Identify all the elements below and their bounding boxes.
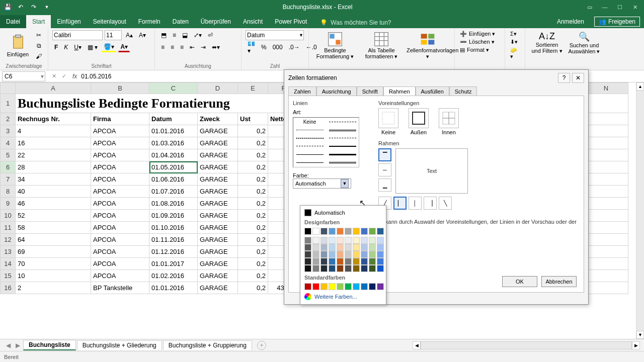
cell[interactable]: 22 bbox=[16, 149, 91, 161]
sheet-nav-prev[interactable]: ◀ bbox=[4, 342, 13, 349]
cell[interactable]: 40 bbox=[16, 186, 91, 198]
increase-font-button[interactable]: A▴ bbox=[124, 30, 135, 40]
cell[interactable]: GARAGE bbox=[198, 222, 238, 234]
cell[interactable]: 0,2 bbox=[238, 258, 268, 270]
cell[interactable] bbox=[584, 282, 628, 294]
cell[interactable]: 70 bbox=[16, 258, 91, 270]
row-header[interactable]: 14 bbox=[1, 258, 16, 270]
conditional-formatting-button[interactable]: Bedingte Formatierung ▾ bbox=[313, 30, 357, 61]
minimize-icon[interactable]: — bbox=[598, 2, 612, 13]
tab-einfügen[interactable]: Einfügen bbox=[51, 15, 87, 28]
line-style-list[interactable]: Keine bbox=[293, 117, 359, 167]
close-icon[interactable]: ✕ bbox=[628, 2, 642, 13]
cell[interactable] bbox=[584, 234, 628, 246]
column-header[interactable]: N bbox=[584, 83, 628, 94]
paste-button[interactable]: Einfügen bbox=[4, 33, 32, 58]
row-header[interactable]: 13 bbox=[1, 246, 16, 258]
find-select-button[interactable]: 🔍 Suchen und Auswählen ▾ bbox=[567, 30, 602, 56]
cell[interactable]: GARAGE bbox=[198, 246, 238, 258]
cell[interactable] bbox=[584, 186, 628, 198]
cell[interactable]: APCOA bbox=[91, 161, 149, 173]
dialog-cancel-button[interactable]: Abbrechen bbox=[541, 276, 577, 287]
preset-outer-button[interactable]: Außen bbox=[409, 108, 429, 135]
cell[interactable]: GARAGE bbox=[198, 173, 238, 186]
cell[interactable]: 01.01.2017 bbox=[149, 258, 198, 270]
row-header[interactable]: 6 bbox=[1, 161, 16, 173]
cell[interactable]: 0,2 bbox=[238, 173, 268, 186]
scroll-left-icon[interactable]: ◀ bbox=[413, 341, 421, 349]
cell[interactable]: 0,2 bbox=[238, 222, 268, 234]
qat-customize-icon[interactable]: ▼ bbox=[41, 2, 52, 13]
tab-ansicht[interactable]: Ansicht bbox=[237, 15, 269, 28]
cell[interactable]: APCOA bbox=[91, 246, 149, 258]
cell[interactable]: 52 bbox=[16, 210, 91, 222]
ribbon-options-icon[interactable]: ▭ bbox=[583, 2, 597, 13]
cell[interactable]: 0,2 bbox=[238, 161, 268, 173]
cell[interactable] bbox=[584, 137, 628, 149]
preset-none-button[interactable]: Keine bbox=[378, 108, 398, 135]
row-header[interactable]: 5 bbox=[1, 149, 16, 161]
increase-decimal-button[interactable]: .0→ bbox=[287, 42, 302, 52]
column-header[interactable]: D bbox=[198, 83, 238, 94]
cell[interactable]: APCOA bbox=[91, 173, 149, 186]
maximize-icon[interactable]: ☐ bbox=[613, 2, 627, 13]
cell[interactable]: GARAGE bbox=[198, 258, 238, 270]
redo-icon[interactable]: ↷ bbox=[28, 2, 39, 13]
cell[interactable]: APCOA bbox=[91, 198, 149, 210]
dialog-tab-ausrichtung[interactable]: Ausrichtung bbox=[316, 86, 357, 96]
column-header[interactable]: C bbox=[149, 83, 198, 94]
scroll-right-icon[interactable]: ▶ bbox=[632, 341, 640, 349]
cancel-formula-button[interactable]: ✕ bbox=[49, 72, 58, 81]
border-top-button[interactable]: ▔ bbox=[378, 148, 391, 161]
column-header[interactable]: E bbox=[238, 83, 268, 94]
cell[interactable]: 28 bbox=[16, 161, 91, 173]
header-cell[interactable]: Firma bbox=[91, 113, 149, 125]
cell[interactable] bbox=[584, 210, 628, 222]
cell[interactable] bbox=[584, 246, 628, 258]
cell[interactable] bbox=[584, 161, 628, 173]
cell[interactable]: GARAGE bbox=[198, 282, 238, 294]
cell[interactable]: 01.08.2016 bbox=[149, 198, 198, 210]
clear-button[interactable]: 🧽▾ bbox=[509, 46, 521, 60]
border-bottom-button[interactable]: ▁ bbox=[378, 178, 391, 192]
cell[interactable]: 0,2 bbox=[238, 198, 268, 210]
row-header[interactable]: 16 bbox=[1, 282, 16, 294]
format-painter-button[interactable]: 🖌 bbox=[34, 51, 44, 61]
cell-styles-button[interactable]: Zellenformatvorlagen ▾ bbox=[406, 30, 450, 61]
cell[interactable]: APCOA bbox=[91, 186, 149, 198]
cell[interactable]: 2 bbox=[16, 282, 91, 294]
horizontal-scrollbar[interactable]: ◀ ▶ bbox=[413, 341, 640, 349]
border-left-button[interactable]: ▏ bbox=[393, 197, 407, 210]
bold-button[interactable]: F bbox=[52, 42, 60, 52]
autosum-button[interactable]: Σ▾ bbox=[509, 30, 521, 38]
row-header[interactable]: 4 bbox=[1, 137, 16, 149]
italic-button[interactable]: K bbox=[62, 42, 70, 52]
cell[interactable]: 0,2 bbox=[238, 149, 268, 161]
cell[interactable]: 01.11.2016 bbox=[149, 234, 198, 246]
row-header[interactable]: 9 bbox=[1, 198, 16, 210]
dialog-close-button[interactable]: ✕ bbox=[572, 73, 584, 83]
cell[interactable]: 0,2 bbox=[238, 186, 268, 198]
dialog-tab-schrift[interactable]: Schrift bbox=[357, 86, 383, 96]
underline-button[interactable]: U ▾ bbox=[72, 42, 84, 52]
cell[interactable]: 4 bbox=[16, 125, 91, 137]
sheet-tab[interactable]: Buchungsliste + Gliederung bbox=[77, 340, 162, 350]
delete-cells-button[interactable]: ➖Löschen ▾ bbox=[459, 38, 501, 46]
cell[interactable]: GARAGE bbox=[198, 198, 238, 210]
row-header[interactable]: 7 bbox=[1, 173, 16, 186]
cell[interactable]: 69 bbox=[16, 246, 91, 258]
cell[interactable]: GARAGE bbox=[198, 125, 238, 137]
row-header[interactable]: 15 bbox=[1, 270, 16, 282]
cell[interactable]: 34 bbox=[16, 173, 91, 186]
dialog-tab-ausfüllen[interactable]: Ausfüllen bbox=[416, 86, 449, 96]
font-name-select[interactable] bbox=[52, 30, 103, 40]
cell[interactable]: 64 bbox=[16, 234, 91, 246]
cell[interactable]: 01.02.2016 bbox=[149, 270, 198, 282]
increase-indent-button[interactable]: ⇥ bbox=[199, 42, 208, 52]
line-style-none[interactable]: Keine bbox=[293, 118, 326, 126]
add-sheet-button[interactable]: ＋ bbox=[257, 341, 266, 350]
row-header[interactable]: 11 bbox=[1, 222, 16, 234]
wrap-text-button[interactable]: ⏎ bbox=[206, 30, 215, 40]
border-diag-up-button[interactable]: ╱ bbox=[378, 197, 391, 210]
tab-power pivot[interactable]: Power Pivot bbox=[269, 15, 313, 28]
